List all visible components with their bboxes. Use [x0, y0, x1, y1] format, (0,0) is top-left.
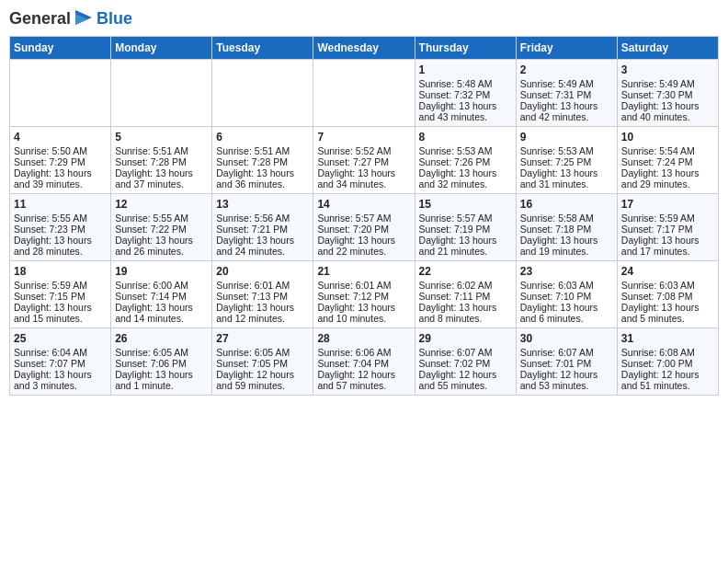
- day-info: Sunrise: 5:55 AM: [115, 213, 208, 224]
- calendar-cell: 16Sunrise: 5:58 AMSunset: 7:18 PMDayligh…: [516, 194, 617, 261]
- day-info: and 5 minutes.: [621, 313, 714, 324]
- day-info: Daylight: 13 hours: [520, 167, 613, 178]
- day-number: 31: [621, 332, 714, 345]
- day-info: Daylight: 13 hours: [216, 167, 309, 178]
- day-info: Sunset: 7:01 PM: [520, 358, 613, 369]
- day-number: 25: [14, 332, 107, 345]
- day-info: Sunset: 7:00 PM: [621, 358, 714, 369]
- day-info: Daylight: 13 hours: [317, 302, 410, 313]
- day-info: Daylight: 12 hours: [216, 369, 309, 380]
- day-info: Sunset: 7:18 PM: [520, 224, 613, 235]
- day-info: Daylight: 13 hours: [115, 369, 208, 380]
- calendar-cell: 6Sunrise: 5:51 AMSunset: 7:28 PMDaylight…: [212, 127, 313, 194]
- day-number: 9: [520, 131, 613, 144]
- day-info: Daylight: 13 hours: [621, 235, 714, 246]
- calendar-cell: 2Sunrise: 5:49 AMSunset: 7:31 PMDaylight…: [516, 60, 617, 127]
- day-info: Daylight: 13 hours: [216, 302, 309, 313]
- day-info: Sunrise: 5:50 AM: [14, 145, 107, 156]
- page-header: General Blue: [9, 9, 719, 29]
- day-info: and 1 minute.: [115, 380, 208, 391]
- day-number: 27: [216, 332, 309, 345]
- day-number: 29: [419, 332, 512, 345]
- day-info: and 24 minutes.: [216, 246, 309, 257]
- day-info: and 43 minutes.: [419, 111, 512, 122]
- day-number: 11: [14, 198, 107, 211]
- calendar-cell: 4Sunrise: 5:50 AMSunset: 7:29 PMDaylight…: [10, 127, 111, 194]
- day-info: Sunset: 7:28 PM: [216, 156, 309, 167]
- day-info: Sunset: 7:07 PM: [14, 358, 107, 369]
- day-info: Sunrise: 5:58 AM: [520, 213, 613, 224]
- day-number: 17: [621, 198, 714, 211]
- calendar-cell: 29Sunrise: 6:07 AMSunset: 7:02 PMDayligh…: [415, 328, 516, 396]
- day-info: Daylight: 13 hours: [621, 167, 714, 178]
- day-info: Daylight: 13 hours: [14, 302, 107, 313]
- day-info: Sunset: 7:22 PM: [115, 224, 208, 235]
- calendar-cell: 28Sunrise: 6:06 AMSunset: 7:04 PMDayligh…: [313, 328, 415, 396]
- day-info: and 3 minutes.: [14, 380, 107, 391]
- day-info: Sunrise: 5:53 AM: [520, 145, 613, 156]
- calendar-cell: 19Sunrise: 6:00 AMSunset: 7:14 PMDayligh…: [111, 261, 212, 328]
- calendar-cell: 11Sunrise: 5:55 AMSunset: 7:23 PMDayligh…: [10, 194, 111, 261]
- day-info: Sunrise: 6:07 AM: [419, 347, 512, 358]
- day-info: and 53 minutes.: [520, 380, 613, 391]
- day-info: Daylight: 13 hours: [14, 369, 107, 380]
- calendar-cell: 8Sunrise: 5:53 AMSunset: 7:26 PMDaylight…: [415, 127, 516, 194]
- day-info: Sunrise: 6:05 AM: [216, 347, 309, 358]
- col-header-monday: Monday: [111, 37, 212, 60]
- day-info: and 34 minutes.: [317, 178, 410, 190]
- day-info: and 8 minutes.: [419, 313, 512, 324]
- day-info: Sunrise: 5:57 AM: [317, 213, 410, 224]
- day-info: Daylight: 13 hours: [14, 167, 107, 178]
- day-info: Daylight: 13 hours: [419, 100, 512, 111]
- day-info: Sunrise: 6:06 AM: [317, 347, 410, 358]
- day-number: 28: [317, 332, 410, 345]
- day-info: Sunset: 7:28 PM: [115, 156, 208, 167]
- day-info: Sunrise: 5:56 AM: [216, 213, 309, 224]
- day-info: Daylight: 13 hours: [216, 235, 309, 246]
- day-info: and 21 minutes.: [419, 246, 512, 257]
- day-info: Sunset: 7:25 PM: [520, 156, 613, 167]
- day-info: Daylight: 13 hours: [621, 100, 714, 111]
- day-info: and 51 minutes.: [621, 380, 714, 391]
- calendar-cell: 24Sunrise: 6:03 AMSunset: 7:08 PMDayligh…: [617, 261, 718, 328]
- day-info: Sunset: 7:02 PM: [419, 358, 512, 369]
- day-info: Daylight: 13 hours: [115, 302, 208, 313]
- col-header-wednesday: Wednesday: [313, 37, 415, 60]
- day-info: Sunset: 7:10 PM: [520, 291, 613, 302]
- day-info: Sunrise: 5:54 AM: [621, 145, 714, 156]
- calendar-cell: 14Sunrise: 5:57 AMSunset: 7:20 PMDayligh…: [313, 194, 415, 261]
- calendar-cell: 26Sunrise: 6:05 AMSunset: 7:06 PMDayligh…: [111, 328, 212, 396]
- calendar-cell: [111, 60, 212, 127]
- day-info: and 6 minutes.: [520, 313, 613, 324]
- day-info: Daylight: 13 hours: [520, 302, 613, 313]
- day-info: Daylight: 13 hours: [621, 302, 714, 313]
- day-info: Sunset: 7:08 PM: [621, 291, 714, 302]
- day-number: 7: [317, 131, 410, 144]
- calendar-cell: 20Sunrise: 6:01 AMSunset: 7:13 PMDayligh…: [212, 261, 313, 328]
- calendar-cell: 13Sunrise: 5:56 AMSunset: 7:21 PMDayligh…: [212, 194, 313, 261]
- calendar-cell: 12Sunrise: 5:55 AMSunset: 7:22 PMDayligh…: [111, 194, 212, 261]
- calendar-cell: 7Sunrise: 5:52 AMSunset: 7:27 PMDaylight…: [313, 127, 415, 194]
- week-row-1: 1Sunrise: 5:48 AMSunset: 7:32 PMDaylight…: [10, 60, 719, 127]
- day-info: Sunrise: 5:51 AM: [115, 145, 208, 156]
- day-info: and 32 minutes.: [419, 178, 512, 190]
- day-info: Sunrise: 6:05 AM: [115, 347, 208, 358]
- day-number: 4: [14, 131, 107, 144]
- day-info: Sunset: 7:06 PM: [115, 358, 208, 369]
- day-number: 1: [419, 63, 512, 76]
- day-number: 24: [621, 265, 714, 278]
- day-info: and 55 minutes.: [419, 380, 512, 391]
- week-row-3: 11Sunrise: 5:55 AMSunset: 7:23 PMDayligh…: [10, 194, 719, 261]
- day-number: 13: [216, 198, 309, 211]
- logo: General Blue: [9, 9, 132, 29]
- day-info: Sunset: 7:15 PM: [14, 291, 107, 302]
- day-info: Sunset: 7:11 PM: [419, 291, 512, 302]
- day-info: Sunset: 7:29 PM: [14, 156, 107, 167]
- calendar-cell: 9Sunrise: 5:53 AMSunset: 7:25 PMDaylight…: [516, 127, 617, 194]
- day-info: and 19 minutes.: [520, 246, 613, 257]
- calendar-cell: 17Sunrise: 5:59 AMSunset: 7:17 PMDayligh…: [617, 194, 718, 261]
- week-row-5: 25Sunrise: 6:04 AMSunset: 7:07 PMDayligh…: [10, 328, 719, 396]
- calendar-cell: 25Sunrise: 6:04 AMSunset: 7:07 PMDayligh…: [10, 328, 111, 396]
- calendar-cell: 3Sunrise: 5:49 AMSunset: 7:30 PMDaylight…: [617, 60, 718, 127]
- day-info: and 10 minutes.: [317, 313, 410, 324]
